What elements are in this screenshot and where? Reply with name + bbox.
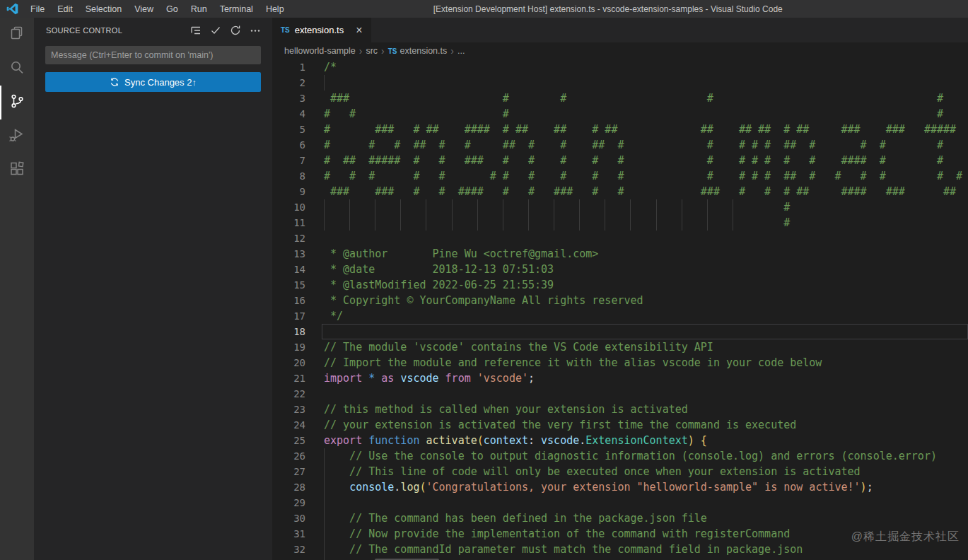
code-text: // Import the module and reference it wi…: [324, 355, 822, 371]
code-line[interactable]: 16 * Copyright © YourCompanyName All rig…: [272, 293, 968, 308]
code-line[interactable]: 18: [272, 324, 968, 339]
code-line[interactable]: 1/*: [272, 59, 968, 75]
code-text: // Now provide the implementation of the…: [324, 526, 790, 542]
indent-guide: [477, 199, 478, 215]
code-line[interactable]: 8# # # # # # # # # # # # # # # ## # # # …: [272, 168, 968, 184]
source-control-icon: [8, 93, 25, 112]
line-number: 8: [272, 168, 305, 184]
code-line[interactable]: 12: [272, 231, 968, 246]
breadcrumb-item[interactable]: ...: [457, 46, 465, 56]
code-line[interactable]: 9 ### ### # # #### # # ### # # ### # # #…: [272, 184, 968, 199]
code-line[interactable]: 17 */: [272, 308, 968, 324]
code-text: // The commandId parameter must match th…: [324, 542, 803, 557]
sync-changes-button[interactable]: Sync Changes 2↑: [45, 72, 261, 92]
menu-item-help[interactable]: Help: [260, 0, 291, 18]
code-line[interactable]: 14 * @date 2018-12-13 07:51:03: [272, 262, 968, 277]
code-line[interactable]: 27 // This line of code will only be exe…: [272, 464, 968, 479]
code-text: #: [324, 199, 790, 215]
indent-guide: [324, 199, 325, 215]
commit-message-input[interactable]: [45, 46, 261, 64]
title-bar: FileEditSelectionViewGoRunTerminalHelp […: [0, 0, 968, 18]
code-line[interactable]: 29: [272, 495, 968, 511]
code-line[interactable]: 3 ### # # # #: [272, 91, 968, 106]
code-line[interactable]: 15 * @lastModified 2022-06-25 21:55:39: [272, 277, 968, 293]
line-number: 14: [272, 262, 305, 277]
tab-extension-ts[interactable]: TS extension.ts ×: [272, 18, 371, 42]
activity-item-search[interactable]: [0, 52, 34, 86]
breadcrumb-item[interactable]: TSextension.ts: [388, 46, 448, 56]
commit-check-icon[interactable]: [210, 25, 221, 36]
code-line[interactable]: 30 // The command has been defined in th…: [272, 511, 968, 526]
code-line[interactable]: 21import * as vscode from 'vscode';: [272, 371, 968, 386]
activity-bar: [0, 18, 34, 560]
code-text: * @date 2018-12-13 07:51:03: [324, 262, 554, 277]
line-number: 28: [272, 479, 305, 495]
line-number: 27: [272, 464, 305, 479]
menu-item-selection[interactable]: Selection: [79, 0, 128, 18]
indent-guide: [324, 215, 325, 231]
activity-item-run-and-debug[interactable]: [0, 119, 34, 153]
indent-guide: [426, 199, 426, 215]
code-line[interactable]: 4# # # #: [272, 106, 968, 122]
window-title: [Extension Development Host] extension.t…: [433, 4, 783, 14]
code-line[interactable]: 22: [272, 386, 968, 402]
code-line[interactable]: 10 #: [272, 199, 968, 215]
indent-guide: [324, 511, 325, 526]
code-line[interactable]: 19// The module 'vscode' contains the VS…: [272, 339, 968, 355]
code-text: * @author Pine Wu <octref@gmail.com>: [324, 246, 598, 262]
code-line[interactable]: 11 #: [272, 215, 968, 231]
chevron-right-icon: ›: [381, 47, 385, 55]
menu-item-run[interactable]: Run: [185, 0, 214, 18]
chevron-right-icon: ›: [450, 47, 454, 55]
indent-guide: [682, 199, 682, 215]
sidebar-header: SOURCE CONTROL: [34, 18, 272, 42]
code-line[interactable]: 20// Import the module and reference it …: [272, 355, 968, 371]
code-line[interactable]: 23// this method is called when your ext…: [272, 402, 968, 417]
code-text: # ### # ## #### # ## ## # ## ## ## ## # …: [324, 122, 956, 137]
code-line[interactable]: 33 let disposable = vscode.commands.regi…: [272, 557, 968, 560]
view-as-tree-icon[interactable]: [190, 25, 202, 36]
code-line[interactable]: 13 * @author Pine Wu <octref@gmail.com>: [272, 246, 968, 262]
code-line[interactable]: 26 // Use the console to output diagnost…: [272, 448, 968, 464]
line-number: 1: [272, 59, 305, 75]
activity-item-extensions[interactable]: [0, 153, 34, 187]
code-line[interactable]: 28 console.log('Congratulations, your ex…: [272, 479, 968, 495]
code-line[interactable]: 25export function activate(context: vsco…: [272, 433, 968, 448]
indent-guide: [324, 526, 325, 542]
activity-item-source-control[interactable]: [0, 86, 34, 119]
indent-guide: [324, 542, 325, 557]
menu-item-file[interactable]: File: [24, 0, 51, 18]
indent-guide: [324, 448, 325, 464]
typescript-file-icon: TS: [388, 47, 397, 55]
refresh-icon[interactable]: [230, 25, 241, 36]
code-line[interactable]: 2: [272, 75, 968, 91]
indent-guide: [733, 215, 733, 231]
indent-guide: [452, 215, 453, 231]
activity-item-explorer[interactable]: [0, 18, 34, 52]
breadcrumb-item[interactable]: helloworld-sample: [284, 46, 356, 56]
menu-item-terminal[interactable]: Terminal: [214, 0, 260, 18]
code-line[interactable]: 6# # # ## # # ## # # ## # # # # # ## # #…: [272, 137, 968, 153]
code-line[interactable]: 7# ## ##### # # ### # # # # # # # # # # …: [272, 153, 968, 168]
code-text: # ## ##### # # ### # # # # # # # # # # #…: [324, 153, 943, 168]
code-line[interactable]: 24// your extension is activated the ver…: [272, 417, 968, 433]
more-actions-icon[interactable]: [250, 25, 261, 36]
indent-guide: [528, 215, 529, 231]
indent-guide: [324, 557, 325, 560]
line-number: 32: [272, 542, 305, 557]
indent-guide: [426, 215, 426, 231]
code-text: ### ### # # #### # # ### # # ### # # # #…: [324, 184, 956, 199]
close-tab-icon[interactable]: ×: [356, 25, 362, 36]
menu-item-view[interactable]: View: [128, 0, 160, 18]
menu-item-go[interactable]: Go: [160, 0, 185, 18]
indent-guide: [375, 215, 375, 231]
breadcrumb-item[interactable]: src: [366, 46, 378, 56]
indent-guide: [682, 215, 682, 231]
menu-item-edit[interactable]: Edit: [51, 0, 79, 18]
line-number: 18: [272, 324, 305, 339]
code-text: // The module 'vscode' contains the VS C…: [324, 339, 713, 355]
code-text: # # # ## # # ## # # ## # # # # # ## # # …: [324, 137, 943, 153]
code-line[interactable]: 5# ### # ## #### # ## ## # ## ## ## ## #…: [272, 122, 968, 137]
code-area[interactable]: 1/*23 ### # # # #4# # # #: [272, 59, 968, 560]
indent-guide: [733, 199, 733, 215]
